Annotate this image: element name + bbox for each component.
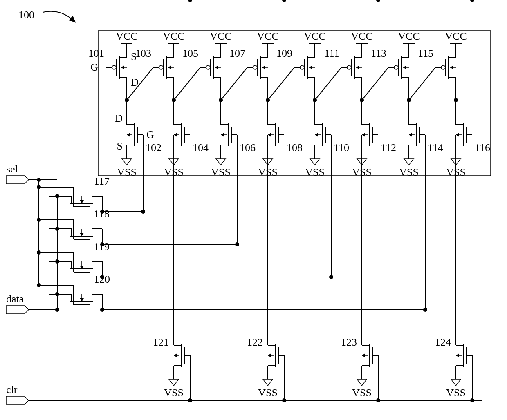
pass-id-120: 120 (94, 273, 110, 285)
vss-symbol (122, 151, 132, 165)
vcc-label: VCC (257, 30, 278, 42)
svg-line-62 (315, 67, 341, 100)
pmos-id-113: 113 (371, 47, 386, 59)
data-port: data (6, 293, 29, 314)
clear-124 (456, 339, 472, 372)
nmos-id-116: 116 (475, 142, 490, 154)
vss-symbol (169, 372, 179, 386)
svg-point-137 (376, 0, 380, 2)
nmos-102 (127, 118, 143, 151)
pass-118 (65, 229, 98, 239)
nmos-id-104: 104 (193, 142, 209, 154)
pmos-113 (388, 51, 409, 84)
svg-line-64 (409, 67, 435, 100)
vcc-symbol (215, 44, 227, 51)
vcc-label: VCC (351, 30, 372, 42)
vss-label: VSS (352, 387, 372, 399)
sel-label: sel (6, 163, 18, 175)
sel-port: sel (6, 163, 29, 184)
clear-id-123: 123 (341, 336, 357, 348)
vcc-symbol (262, 44, 274, 51)
svg-point-80 (235, 242, 239, 246)
pass-id-119: 119 (94, 241, 110, 252)
pmos-115 (435, 51, 456, 84)
clr-port: clr (6, 384, 29, 404)
nmos-g-label: G (146, 129, 154, 141)
svg-line-63 (362, 67, 388, 100)
vcc-symbol (403, 44, 415, 51)
vss-label: VSS (164, 387, 184, 399)
pmos-101 (106, 51, 127, 84)
nmos-id-106: 106 (240, 142, 256, 154)
figure-ref-label: 100 (18, 9, 34, 21)
svg-point-88 (329, 275, 333, 279)
pmos-109 (294, 51, 315, 84)
vss-label: VSS (117, 166, 137, 178)
nmos-106 (221, 118, 237, 151)
vcc-symbol (450, 44, 462, 51)
pmos-id-111: 111 (324, 47, 339, 59)
pmos-id-107: 107 (229, 47, 245, 59)
svg-marker-41 (69, 16, 76, 22)
vss-label: VSS (258, 387, 278, 399)
data-label: data (6, 293, 24, 305)
vss-symbol (404, 151, 414, 165)
clr-label: clr (6, 384, 18, 395)
clear-123 (362, 339, 378, 372)
pmos-111 (341, 51, 362, 84)
pmos-id-115: 115 (418, 47, 433, 59)
pass-120 (65, 294, 98, 305)
nmos-s-label: S (117, 140, 123, 152)
nmos-112 (362, 118, 378, 151)
pmos-id-105: 105 (182, 47, 198, 59)
vss-label: VSS (446, 387, 466, 399)
vss-symbol (216, 151, 226, 165)
vss-symbol (263, 372, 273, 386)
svg-point-150 (37, 178, 41, 182)
nmos-id-110: 110 (334, 142, 349, 154)
pmos-103 (153, 51, 174, 84)
svg-point-142 (470, 0, 474, 2)
pmos-id-103: 103 (135, 47, 151, 59)
pmos-g-label: G (90, 61, 98, 73)
vss-symbol (451, 372, 461, 386)
pmos-id-109: 109 (276, 47, 292, 59)
vss-label: VSS (399, 166, 419, 178)
vcc-symbol (309, 44, 321, 51)
clear-id-124: 124 (435, 336, 451, 348)
pass-119 (65, 261, 98, 272)
vcc-label: VCC (398, 30, 420, 42)
svg-point-96 (423, 308, 427, 312)
svg-point-132 (282, 0, 286, 2)
svg-line-59 (174, 67, 200, 100)
nmos-116 (456, 118, 472, 151)
clear-121 (174, 339, 190, 372)
nmos-id-108: 108 (287, 142, 303, 154)
vcc-symbol (168, 44, 179, 51)
vcc-label: VCC (116, 30, 137, 42)
clear-id-121: 121 (153, 336, 169, 348)
svg-point-127 (188, 0, 192, 2)
clr-port-icon (6, 396, 29, 404)
vcc-symbol (356, 44, 368, 51)
pass-id-117: 117 (94, 175, 110, 187)
vss-symbol (357, 372, 367, 386)
svg-line-61 (268, 67, 294, 100)
nmos-108 (268, 118, 284, 151)
sel-port-icon (6, 176, 29, 184)
vcc-label: VCC (304, 30, 325, 42)
vcc-symbol (121, 44, 132, 51)
vss-label: VSS (211, 166, 231, 178)
nmos-id-102: 102 (146, 142, 162, 154)
vss-symbol (310, 151, 320, 165)
vcc-label: VCC (163, 30, 184, 42)
clear-122 (268, 339, 284, 372)
nmos-114 (409, 118, 425, 151)
circuit-diagram: 100 VCC101SDG102DSGVSSVCC103104VSSVCC105… (0, 0, 507, 420)
figure-ref: 100 (18, 9, 76, 22)
nmos-104 (174, 118, 190, 151)
svg-point-57 (454, 98, 458, 102)
pmos-id-101: 101 (88, 47, 104, 59)
pass-id-118: 118 (94, 208, 110, 220)
svg-line-60 (221, 67, 247, 100)
